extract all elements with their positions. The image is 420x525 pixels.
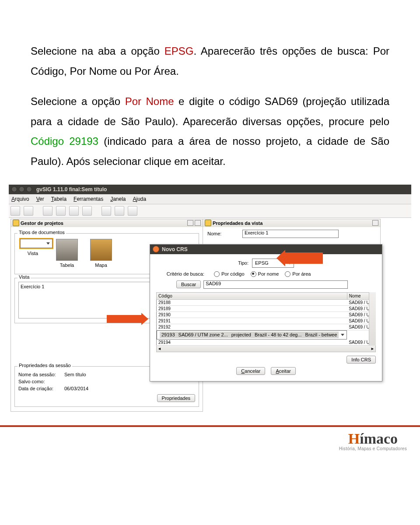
list-item[interactable]: Exercício 1 [21, 284, 44, 289]
window-close-icon[interactable] [11, 186, 17, 192]
name-input[interactable]: Exercício 1 [242, 230, 339, 238]
table-row[interactable]: 29191SAD69 / UTM zone 2...projectedBrazi… [157, 318, 369, 324]
table-row[interactable]: 29190SAD69 / UTM zone 2...projectedSouth… [157, 312, 369, 318]
label: Nome da sessão: [18, 372, 64, 377]
menu-ferramentas[interactable]: Ferramentas [74, 196, 103, 202]
close-icon[interactable] [372, 220, 378, 226]
h-scrollbar[interactable]: ◄ ► [156, 346, 376, 352]
value: 06/03/2014 [64, 386, 88, 391]
window-icon [205, 220, 211, 226]
table-row[interactable]: 29194SAD69 / UTM zone 2...projectedBrazi… [157, 340, 369, 346]
menu-tabela[interactable]: Tabela [51, 196, 66, 202]
table-cell: 29193 [160, 332, 177, 338]
doc-tabela[interactable]: Tabela [54, 239, 80, 268]
text: Selecione na aba a opção [31, 45, 164, 57]
toolbar-icon[interactable] [10, 206, 20, 216]
doc-label: Vista [28, 251, 38, 256]
toolbar [9, 204, 411, 218]
menubar: Arquivo Ver Tabela Ferramentas Janela Aj… [9, 194, 411, 204]
radio-label: Por área [292, 271, 311, 276]
menu-ver[interactable]: Ver [36, 196, 44, 202]
text: Selecione a opção [31, 95, 125, 107]
search-input[interactable]: SAD69 [203, 280, 348, 289]
menu-janela[interactable]: Janela [110, 196, 126, 202]
table-cell: Brazil - betwee [304, 332, 339, 338]
table-cell: projected [230, 332, 253, 338]
logo-tagline: História, Mapas e Computadores [339, 446, 407, 451]
table-cell: SAD69 / UTM zone 1... [347, 299, 369, 305]
table-row[interactable]: 29188SAD69 / UTM zone 1...projectedSouth… [157, 299, 369, 305]
doc-vista[interactable]: Vista [20, 239, 46, 268]
table-cell: 29194 [157, 340, 347, 346]
window-title: Gestor de projetos [21, 220, 63, 226]
toolbar-icon[interactable] [115, 206, 124, 216]
app-titlebar: gvSIG 1.11.0 final:Sem título [9, 185, 411, 194]
dialog-title: Novo CRS [162, 246, 188, 252]
toolbar-icon[interactable] [43, 206, 52, 216]
radio-label: Por código [221, 271, 245, 276]
app-title: gvSIG 1.11.0 final:Sem título [36, 186, 107, 192]
window-icon [13, 220, 19, 226]
label: Data de criação: [18, 386, 64, 391]
close-icon[interactable] [153, 246, 159, 252]
toolbar-icon[interactable] [128, 206, 137, 216]
table-cell: 29191 [157, 318, 347, 324]
restore-icon[interactable] [187, 220, 193, 226]
search-button[interactable]: Buscar [176, 280, 201, 288]
doc-mapa[interactable]: Mapa [88, 239, 114, 268]
table-cell: 29192 [157, 324, 347, 330]
novo-crs-dialog: Novo CRS Tipo: EPSG Critério de busca: P… [150, 244, 382, 382]
col-header[interactable]: Nome [347, 292, 369, 299]
info-crs-button[interactable]: Info CRS [346, 356, 376, 364]
table-cell: 29190 [157, 312, 347, 318]
radio-label: Por nome [258, 271, 279, 276]
table-cell: 29188 [157, 299, 347, 305]
table-row[interactable]: 29189SAD69 / UTM zone 1...projectedSouth… [157, 305, 369, 312]
toolbar-icon[interactable] [102, 206, 111, 216]
window-min-icon[interactable] [19, 186, 24, 192]
label: Salvo como: [18, 379, 64, 384]
table-cell: SAD69 / UTM zone 2... [347, 312, 369, 318]
table-row[interactable]: 29193SAD69 / UTM zone 2...projectedBrazi… [157, 330, 347, 340]
value: Sem título [64, 372, 86, 377]
arrow-annotation-row [107, 315, 142, 323]
logo-letter: H [348, 430, 360, 447]
doc-label: Tabela [60, 262, 74, 268]
text-codigo: Código 29193 [31, 135, 98, 147]
menu-ajuda[interactable]: Ajuda [133, 196, 147, 202]
toolbar-icon[interactable] [56, 206, 66, 216]
table-row[interactable]: 29192SAD69 / UTM zone 2...projectedBrazi… [157, 324, 369, 330]
properties-button[interactable]: Propriedades [157, 394, 195, 402]
table-cell: SAD69 / UTM zone 1... [347, 305, 369, 312]
screenshot: gvSIG 1.11.0 final:Sem título Arquivo Ve… [9, 185, 411, 408]
radio-por-area[interactable] [285, 271, 290, 277]
doc-label: Mapa [95, 262, 107, 268]
group-label: Tipos de documentos [18, 230, 66, 235]
accept-button[interactable]: Aceitar [271, 367, 295, 375]
close-icon[interactable] [195, 220, 201, 226]
window-max-icon[interactable] [26, 186, 32, 192]
table-cell: SAD69 / UTM zone 2... [177, 332, 230, 338]
footer-logo: Hímaco História, Mapas e Computadores [339, 430, 407, 451]
toolbar-icon[interactable] [24, 206, 33, 216]
window-header: Propriedades da vista [203, 219, 380, 227]
radio-por-nome[interactable] [251, 271, 256, 277]
dialog-titlebar: Novo CRS [150, 245, 382, 254]
label: Tipo: [238, 260, 252, 266]
scrollbar[interactable] [369, 292, 376, 346]
menu-arquivo[interactable]: Arquivo [11, 196, 29, 202]
arrow-annotation-tipo [284, 252, 323, 264]
table-cell: SAD69 / UTM zone 2... [347, 318, 369, 324]
cancel-button[interactable]: Cancelar [236, 367, 265, 375]
window-header: Gestor de projetos [11, 219, 203, 227]
text-pornome: Por Nome [125, 95, 174, 107]
toolbar-icon[interactable] [82, 206, 92, 216]
radio-por-codigo[interactable] [214, 271, 220, 277]
table-cell: SAD69 / UTM zone 2... [347, 324, 369, 330]
dropdown-value: EPSG [255, 260, 269, 266]
group-label: Vista [18, 274, 31, 280]
toolbar-icon[interactable] [69, 206, 79, 216]
crs-results-table: Código Nome Tipo Área 29188SAD69 / UTM z… [156, 292, 369, 346]
table-cell: SAD69 / UTM zone 2... [347, 340, 369, 346]
col-header[interactable]: Código [157, 292, 347, 299]
